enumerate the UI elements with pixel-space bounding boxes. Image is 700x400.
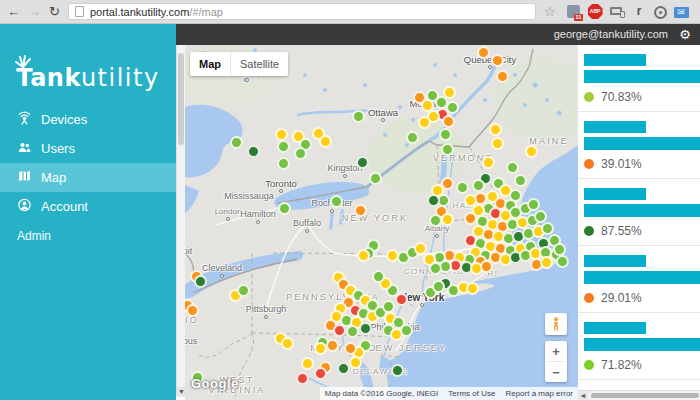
device-marker[interactable] xyxy=(382,300,395,313)
sidebar-item-admin[interactable]: Admin xyxy=(0,221,176,250)
sidebar-item-users[interactable]: Users xyxy=(0,134,176,163)
device-marker[interactable] xyxy=(352,110,365,123)
device-marker[interactable] xyxy=(326,339,339,352)
device-marker[interactable] xyxy=(482,156,495,169)
zoom-in-button[interactable]: + xyxy=(545,341,567,361)
device-marker[interactable] xyxy=(354,204,367,217)
device-list-item[interactable]: 70.83% xyxy=(578,45,700,112)
device-marker[interactable] xyxy=(275,128,288,141)
device-marker[interactable] xyxy=(186,304,199,317)
extension-devices-icon[interactable] xyxy=(610,4,625,19)
device-marker[interactable] xyxy=(432,280,445,293)
browser-refresh-button[interactable]: ↻ xyxy=(49,5,60,18)
device-list-item[interactable]: 87.55% xyxy=(578,179,700,246)
sidebar-item-account[interactable]: Account xyxy=(0,192,176,221)
horizontal-scrollbar[interactable]: ◄ xyxy=(578,390,700,400)
device-marker[interactable] xyxy=(496,70,509,83)
device-marker[interactable] xyxy=(237,284,250,297)
device-marker[interactable] xyxy=(446,101,459,114)
device-marker[interactable] xyxy=(439,128,452,141)
device-marker[interactable] xyxy=(346,325,359,338)
device-marker[interactable] xyxy=(344,342,357,355)
device-marker[interactable] xyxy=(333,324,346,337)
device-marker[interactable] xyxy=(296,372,309,385)
device-marker[interactable] xyxy=(464,212,477,225)
extension-letter-icon[interactable]: r xyxy=(632,4,647,19)
device-marker[interactable] xyxy=(337,362,350,375)
device-marker[interactable] xyxy=(356,156,369,169)
device-marker[interactable] xyxy=(441,143,454,156)
device-marker[interactable] xyxy=(330,195,343,208)
extension-badge-icon[interactable]: 11 xyxy=(566,4,581,19)
device-marker[interactable] xyxy=(477,46,490,59)
horizontal-scrollbar-thumb[interactable] xyxy=(591,393,699,398)
street-view-pegman[interactable] xyxy=(545,313,567,335)
device-marker[interactable] xyxy=(247,145,260,158)
extension-mail-icon[interactable]: ✉ xyxy=(674,7,689,18)
device-marker[interactable] xyxy=(281,337,294,350)
terms-of-use-link[interactable]: Terms of Use xyxy=(448,389,495,398)
device-marker[interactable] xyxy=(456,181,469,194)
browser-back-button[interactable]: ← xyxy=(7,5,20,18)
map-canvas[interactable]: SudburyOttawaMontrealQuebec CityKingston… xyxy=(185,45,578,400)
device-marker[interactable] xyxy=(466,282,479,295)
device-marker[interactable] xyxy=(441,177,454,190)
device-marker[interactable] xyxy=(441,213,454,226)
device-marker[interactable] xyxy=(429,214,442,227)
device-marker[interactable] xyxy=(540,256,553,269)
browser-forward-button[interactable]: → xyxy=(28,5,41,18)
report-map-error-link[interactable]: Report a map error xyxy=(505,389,573,398)
sidebar-item-map[interactable]: Map xyxy=(0,163,176,192)
sidebar-item-devices[interactable]: Devices xyxy=(0,105,176,134)
device-marker[interactable] xyxy=(349,356,362,369)
vertical-scrollbar[interactable]: ▼ xyxy=(176,45,185,397)
device-marker[interactable] xyxy=(525,145,538,158)
device-marker[interactable] xyxy=(556,255,569,268)
device-marker[interactable] xyxy=(489,123,502,136)
device-marker[interactable] xyxy=(414,242,427,255)
device-marker[interactable] xyxy=(194,275,207,288)
device-marker[interactable] xyxy=(319,135,332,148)
device-marker[interactable] xyxy=(278,202,291,215)
vertical-scrollbar-thumb[interactable] xyxy=(178,53,184,145)
zoom-out-button[interactable]: − xyxy=(545,362,567,382)
device-marker[interactable] xyxy=(391,364,404,377)
map-type-map-button[interactable]: Map xyxy=(190,52,231,76)
device-list-item[interactable]: 39.01% xyxy=(578,112,700,179)
device-marker[interactable] xyxy=(514,174,527,187)
device-marker[interactable] xyxy=(491,137,504,150)
device-marker[interactable] xyxy=(294,147,307,160)
device-marker[interactable] xyxy=(527,198,540,211)
device-marker[interactable] xyxy=(369,172,382,185)
device-marker[interactable] xyxy=(553,243,566,256)
url-bar[interactable]: portal.tankutility.com/#/map xyxy=(68,3,536,20)
bookmark-star-icon[interactable]: ☆ xyxy=(544,5,556,18)
device-marker[interactable] xyxy=(277,140,290,153)
device-marker[interactable] xyxy=(443,86,456,99)
device-list-item[interactable]: 29.01% xyxy=(578,246,700,313)
device-marker[interactable] xyxy=(359,322,372,335)
device-marker[interactable] xyxy=(400,324,413,337)
map-type-satellite-button[interactable]: Satellite xyxy=(231,52,288,76)
scroll-left-arrow-icon[interactable]: ◄ xyxy=(578,391,588,400)
device-marker[interactable] xyxy=(480,260,493,273)
device-marker[interactable] xyxy=(372,270,385,283)
device-list-item[interactable]: 71.82% xyxy=(578,313,700,380)
device-marker[interactable] xyxy=(534,210,547,223)
device-marker[interactable] xyxy=(406,131,419,144)
device-marker[interactable] xyxy=(442,115,455,128)
device-marker[interactable] xyxy=(418,116,431,129)
settings-gear-icon[interactable]: ⚙ xyxy=(679,24,691,45)
device-marker[interactable] xyxy=(429,262,442,275)
device-marker[interactable] xyxy=(472,179,485,192)
device-marker[interactable] xyxy=(357,249,370,262)
device-marker[interactable] xyxy=(491,54,504,67)
device-marker[interactable] xyxy=(230,136,243,149)
extension-abp-icon[interactable]: ABP xyxy=(588,4,603,19)
device-marker[interactable] xyxy=(506,161,519,174)
device-marker[interactable] xyxy=(314,367,327,380)
device-marker[interactable] xyxy=(541,222,554,235)
extension-target-icon[interactable] xyxy=(654,6,667,19)
device-marker[interactable] xyxy=(277,157,290,170)
device-marker[interactable] xyxy=(301,357,314,370)
